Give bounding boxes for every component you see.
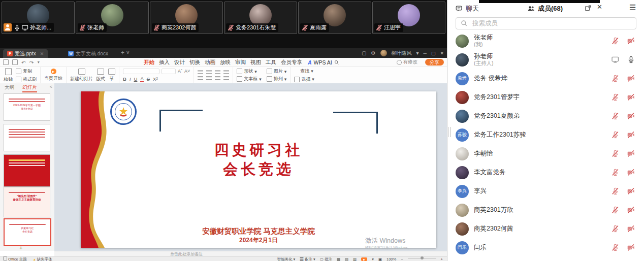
bullet-list-icon[interactable] (198, 70, 203, 74)
play-from-current-button[interactable]: ▶ 当页开始 (44, 69, 62, 82)
ribbon-search-icon[interactable] (334, 60, 339, 65)
font-color-button[interactable]: A (140, 76, 143, 82)
member-row[interactable]: 党务2301管梦宇 (447, 88, 644, 107)
mic-muted-icon[interactable] (611, 244, 619, 251)
fullscreen-icon[interactable]: ▣ (378, 257, 382, 261)
mic-muted-icon[interactable] (611, 150, 619, 157)
maximize-button[interactable]: ▢ (431, 51, 436, 56)
cam-muted-icon[interactable] (627, 187, 635, 195)
font-size-select[interactable] (162, 69, 176, 74)
mic-muted-icon[interactable] (611, 187, 619, 195)
shapes-button[interactable]: 形状 ▾ (237, 68, 262, 75)
file-tab-doc[interactable]: W文字文稿.docx (64, 49, 112, 58)
strikethrough-button[interactable]: S (147, 76, 150, 82)
tab-chat[interactable]: 聊天 (456, 4, 479, 13)
view-normal-icon[interactable]: ▦ (337, 257, 340, 261)
number-list-icon[interactable] (206, 70, 212, 74)
mic-muted-icon[interactable] (611, 75, 619, 82)
cam-muted-icon[interactable] (627, 131, 635, 139)
undo-icon[interactable]: ↶ (21, 59, 26, 66)
save-icon[interactable] (3, 59, 9, 65)
ribbon-tab-动画[interactable]: 动画 (205, 59, 215, 66)
video-tile[interactable]: 商英2302何茜 (150, 2, 223, 34)
ribbon-tab-视图[interactable]: 视图 (250, 59, 261, 66)
mic-muted-icon[interactable] (611, 206, 619, 214)
close-tab-icon[interactable]: ✕ (40, 51, 44, 56)
new-slide-button[interactable]: 新建幻灯片 (70, 69, 93, 82)
mic-on-icon[interactable] (627, 56, 635, 63)
zoom-slider-knob[interactable] (421, 256, 424, 259)
member-row[interactable]: 张老师(我) (447, 31, 644, 50)
print-icon[interactable] (12, 59, 18, 65)
member-search-input[interactable] (471, 19, 636, 27)
find-button[interactable]: 查找 ▾ (294, 68, 314, 75)
tab-slides[interactable]: 幻灯片 (22, 84, 37, 92)
ribbon-tab-工具[interactable]: 工具 (266, 59, 276, 66)
slide-thumbnail-1[interactable]: 2023-2024学年第一学期第4次会议 (4, 93, 50, 121)
cam-muted-icon[interactable] (627, 150, 635, 157)
video-tile[interactable]: 孙老师... (2, 2, 75, 34)
mic-muted-icon[interactable] (611, 225, 619, 233)
missing-fonts-warning[interactable]: ▲ 缺失字体 (33, 257, 52, 261)
video-tile[interactable]: 夏雨露 (298, 2, 371, 34)
paste-button[interactable]: 粘贴 (4, 68, 13, 83)
slide-thumbnail-5[interactable]: 四史研习社会长竞选 (4, 218, 51, 246)
slide-canvas[interactable]: 四史研习社 会长竞选 安徽财贸职业学院 马克思主义学院 2024年2月1日 激活… (81, 91, 436, 248)
hamburger-menu-icon[interactable]: ☰ (629, 3, 636, 12)
cam-muted-icon[interactable] (627, 244, 635, 251)
slide-thumbnail-2[interactable] (4, 124, 50, 151)
video-tile[interactable]: 汪思宇 (372, 2, 445, 34)
select-button[interactable]: 选择 ▾ (294, 76, 314, 83)
zoom-level[interactable]: 100% (387, 257, 396, 261)
arrange-button[interactable]: 排列 ▾ (267, 76, 287, 82)
align-left-icon[interactable] (198, 76, 203, 80)
add-slide-button[interactable]: + (19, 245, 22, 251)
new-document-tab-button[interactable]: + ˅ (121, 49, 130, 56)
screen-icon[interactable] (611, 56, 619, 63)
wps-user-avatar[interactable] (380, 50, 387, 56)
wps-ai-cluster[interactable]: A WPS AI (308, 58, 339, 67)
font-family-select[interactable] (123, 69, 159, 74)
cam-muted-icon[interactable] (627, 75, 635, 82)
ribbon-tab-审阅[interactable]: 审阅 (235, 59, 246, 66)
indent-icon[interactable] (215, 70, 220, 74)
wps-user-name[interactable]: 柳叶随风 (392, 50, 412, 57)
cam-muted-icon[interactable] (627, 37, 635, 45)
cam-muted-icon[interactable] (627, 206, 635, 214)
mic-muted-icon[interactable] (611, 169, 619, 176)
close-panel-icon[interactable]: ✕ (597, 3, 602, 11)
bold-button[interactable]: B (123, 76, 126, 82)
chevron-down-icon[interactable]: ▾ (416, 50, 419, 56)
copy-button[interactable]: 复制 (16, 68, 37, 75)
view-reading-icon[interactable]: ▥ (353, 257, 357, 261)
member-row[interactable]: 李文富党务 (447, 163, 644, 182)
align-right-icon[interactable] (215, 76, 220, 80)
member-row[interactable]: 希烨党务 侯希烨 (447, 69, 644, 88)
chevron-down-icon[interactable]: ▾ (372, 257, 374, 261)
slide-thumbnail-4[interactable]: “缅先烈 迎国庆”爱国主义主题教育活动 (4, 187, 50, 217)
cam-muted-icon[interactable] (627, 225, 635, 233)
ribbon-tab-放映[interactable]: 放映 (220, 59, 231, 66)
video-tile[interactable]: 党务2301石朱慧 (224, 2, 297, 34)
member-row[interactable]: 党务2301夏颜弟 (447, 107, 644, 125)
cam-muted-icon[interactable] (627, 93, 635, 101)
ribbon-tab-会员专享[interactable]: 会员专享 (281, 59, 302, 66)
superscript-button[interactable]: X² (153, 76, 158, 82)
close-button[interactable]: ✕ (440, 51, 444, 56)
file-tab-ppt[interactable]: P竞选.pptx✕ (3, 49, 48, 58)
zoom-out-button[interactable]: − (401, 257, 403, 261)
video-tile[interactable]: 张老师 (76, 2, 149, 34)
slide-thumbnail-3[interactable] (4, 154, 50, 187)
minimize-button[interactable]: ─ (424, 51, 427, 56)
popout-panel-icon[interactable] (585, 5, 592, 12)
chevron-down-icon[interactable]: ▾ (38, 60, 40, 64)
notes-toggle-button[interactable]: ☰ 备注 ▾ (300, 257, 315, 261)
mic-muted-icon[interactable] (611, 112, 619, 120)
cam-muted-icon[interactable] (627, 112, 635, 120)
line-spacing-icon[interactable] (223, 70, 229, 74)
member-row[interactable]: 商英2302何茜 (447, 219, 644, 238)
redo-icon[interactable]: ↷ (29, 59, 34, 66)
cam-muted-icon[interactable] (627, 169, 635, 176)
italic-button[interactable]: I (130, 76, 131, 82)
ribbon-tab-开始[interactable]: 开始 (144, 59, 154, 66)
